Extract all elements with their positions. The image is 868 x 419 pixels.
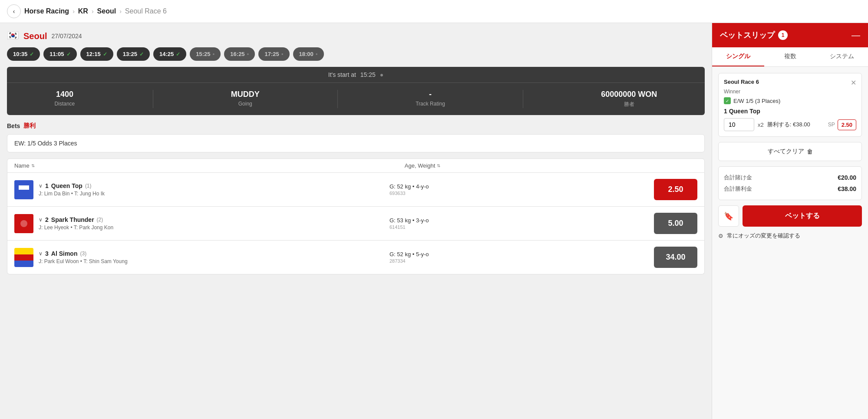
horse-name-3: Al Simon bbox=[51, 250, 78, 257]
odds-button-1[interactable]: 2.50 bbox=[654, 179, 697, 200]
horse-trainer-2: J: Lee Hyeok • T: Park Jong Kon bbox=[39, 224, 384, 231]
total-win-value: €38.00 bbox=[838, 185, 856, 192]
horse-chevron-3[interactable]: ∨ bbox=[39, 251, 43, 257]
svg-rect-7 bbox=[14, 254, 33, 261]
time-label-1425: 14:25 bbox=[159, 51, 174, 57]
bet-input-group: x2 勝利する: €38.00 bbox=[724, 118, 810, 131]
bookmark-button[interactable]: 🔖 bbox=[718, 205, 739, 227]
bet-slip-close-button[interactable]: — bbox=[851, 30, 860, 40]
time-btn-1325[interactable]: 13:25 ✓ bbox=[117, 47, 150, 61]
bet-race-name: Seoul Race 6 bbox=[724, 79, 759, 85]
bet-slip-panel: ベットスリップ 1 — シングル 複数 システム Se bbox=[712, 23, 868, 419]
time-btn-1625[interactable]: 16:25 ● bbox=[224, 47, 255, 61]
bets-type: 勝利 bbox=[23, 122, 36, 130]
tab-multiple[interactable]: 複数 bbox=[764, 47, 816, 66]
stat-track-value: - bbox=[416, 90, 445, 99]
race-start-text: It's start at 15:25 ● bbox=[7, 67, 705, 83]
svg-rect-6 bbox=[14, 248, 33, 254]
stat-prize-value: 60000000 WON bbox=[601, 90, 657, 99]
horse-rank-3: (3) bbox=[80, 251, 86, 257]
horse-details-1: G: 52 kg • 4-y-o 693633 bbox=[389, 183, 649, 196]
bets-label: Bets bbox=[7, 122, 20, 129]
svg-rect-2 bbox=[19, 190, 29, 194]
horse-trainer-name-1: T: Jung Ho Ik bbox=[74, 191, 105, 197]
start-label: It's start at bbox=[328, 71, 356, 78]
horse-details-3: G: 52 kg • 5-y-o 287334 bbox=[389, 251, 649, 264]
horse-trainer-name-3: T: Shin Sam Young bbox=[83, 258, 127, 264]
time-btn-1800[interactable]: 18:00 ● bbox=[293, 47, 324, 61]
slip-body: Seoul Race 6 ✕ Winner ✓ E/W 1/5 (3 Place… bbox=[712, 67, 868, 419]
horse-silks-2 bbox=[14, 214, 33, 233]
tab-system[interactable]: システム bbox=[816, 47, 868, 66]
race-stats: 1400 Distance MUDDY Going - Track Rating… bbox=[7, 83, 705, 115]
horse-name-row-2: ∨ 2 Spark Thunder (2) bbox=[39, 216, 384, 223]
table-header: Name ⇅ Age, Weight ⇅ bbox=[7, 158, 705, 173]
left-content: 🇰🇷 Seoul 27/07/2024 10:35 ✓ 11:05 ✓ 12:1… bbox=[0, 23, 712, 419]
horse-jockey-3: J: Park Eul Woon bbox=[39, 258, 79, 264]
horse-chevron-2[interactable]: ∨ bbox=[39, 217, 43, 223]
bet-item-close[interactable]: ✕ bbox=[851, 79, 856, 87]
stat-prize-label: 勝者 bbox=[601, 101, 657, 108]
race-banner: It's start at 15:25 ● 1400 Distance MUDD… bbox=[7, 67, 705, 115]
col-age-weight-label: Age, Weight bbox=[405, 162, 436, 169]
svg-rect-8 bbox=[14, 261, 33, 267]
total-stake-label: 合計賭け金 bbox=[724, 174, 752, 181]
svg-point-5 bbox=[20, 220, 27, 227]
tab-single[interactable]: シングル bbox=[712, 47, 764, 66]
time-btn-1525[interactable]: 15:25 ● bbox=[190, 47, 221, 61]
time-btn-1425[interactable]: 14:25 ✓ bbox=[153, 47, 186, 61]
name-sort-icon[interactable]: ⇅ bbox=[31, 163, 35, 168]
age-sort-icon[interactable]: ⇅ bbox=[437, 163, 440, 168]
time-btn-1725[interactable]: 17:25 ● bbox=[258, 47, 289, 61]
stat-divider-1 bbox=[153, 90, 153, 108]
tab-system-label: システム bbox=[830, 53, 854, 59]
odds-button-2[interactable]: 5.00 bbox=[654, 213, 697, 234]
svg-rect-1 bbox=[19, 185, 29, 190]
total-win-label: 合計勝利金 bbox=[724, 185, 752, 193]
main-layout: 🇰🇷 Seoul 27/07/2024 10:35 ✓ 11:05 ✓ 12:1… bbox=[0, 23, 868, 419]
dot-icon-1625: ● bbox=[247, 52, 249, 56]
bets-header: Bets 勝利 bbox=[7, 122, 705, 130]
place-bet-button[interactable]: ベットする bbox=[743, 205, 862, 227]
time-btn-1035[interactable]: 10:35 ✓ bbox=[7, 47, 40, 61]
time-btn-1105[interactable]: 11:05 ✓ bbox=[43, 47, 76, 61]
total-stake-row: 合計賭け金 €20.00 bbox=[724, 172, 856, 183]
check-icon-1035: ✓ bbox=[30, 51, 34, 57]
time-label-1725: 17:25 bbox=[264, 51, 279, 57]
odds-button-3[interactable]: 34.00 bbox=[654, 247, 697, 268]
table-row: ∨ 2 Spark Thunder (2) J: Lee Hyeok • T: … bbox=[7, 207, 705, 241]
time-label-1105: 11:05 bbox=[50, 51, 64, 57]
ew-checkbox[interactable]: ✓ bbox=[724, 97, 731, 104]
time-label-1215: 12:15 bbox=[86, 51, 101, 57]
start-time: 15:25 bbox=[360, 71, 376, 78]
breadcrumb-seoul[interactable]: Seoul bbox=[97, 7, 116, 15]
slip-tabs: シングル 複数 システム bbox=[712, 47, 868, 67]
stat-track-label: Track Rating bbox=[416, 101, 445, 107]
nav-separator-3: › bbox=[119, 8, 122, 15]
back-button[interactable]: ‹ bbox=[7, 4, 21, 18]
horse-info-1: ∨ 1 Queen Top (1) J: Lim Da Bin • T: Jun… bbox=[39, 182, 384, 197]
col-name-label: Name bbox=[14, 162, 30, 169]
stat-divider-3 bbox=[523, 90, 523, 108]
horse-number-2: 2 bbox=[45, 216, 49, 223]
bet-amount-input[interactable] bbox=[724, 118, 754, 131]
table-row: ∨ 3 Al Simon (3) J: Park Eul Woon • T: S… bbox=[7, 241, 705, 274]
horse-weight-3: G: 52 kg • 5-y-o bbox=[389, 251, 649, 257]
breadcrumb-horse-racing[interactable]: Horse Racing bbox=[24, 7, 69, 15]
bet-horse-name: 1 Queen Top bbox=[724, 108, 856, 115]
horse-chevron-1[interactable]: ∨ bbox=[39, 183, 43, 189]
clear-label: すべてクリア bbox=[768, 148, 804, 155]
table-row: ∨ 1 Queen Top (1) J: Lim Da Bin • T: Jun… bbox=[7, 173, 705, 207]
breadcrumb-kr[interactable]: KR bbox=[78, 7, 88, 15]
silks-image-1 bbox=[14, 180, 33, 199]
time-btn-1215[interactable]: 12:15 ✓ bbox=[80, 47, 113, 61]
bet-sp-row: x2 勝利する: €38.00 SP 2.50 bbox=[724, 118, 856, 131]
start-dot: ● bbox=[380, 71, 383, 78]
clear-button[interactable]: すべてクリア 🗑 bbox=[718, 142, 862, 161]
horse-trainer-3: J: Park Eul Woon • T: Shin Sam Young bbox=[39, 258, 384, 264]
horse-id-1: 693633 bbox=[389, 191, 649, 196]
settings-row: ⚙ 常にオッズの変更を確認する bbox=[718, 232, 862, 240]
horse-number-1: 1 bbox=[45, 182, 49, 189]
horse-name-row-1: ∨ 1 Queen Top (1) bbox=[39, 182, 384, 189]
nav-separator-1: › bbox=[73, 8, 75, 15]
